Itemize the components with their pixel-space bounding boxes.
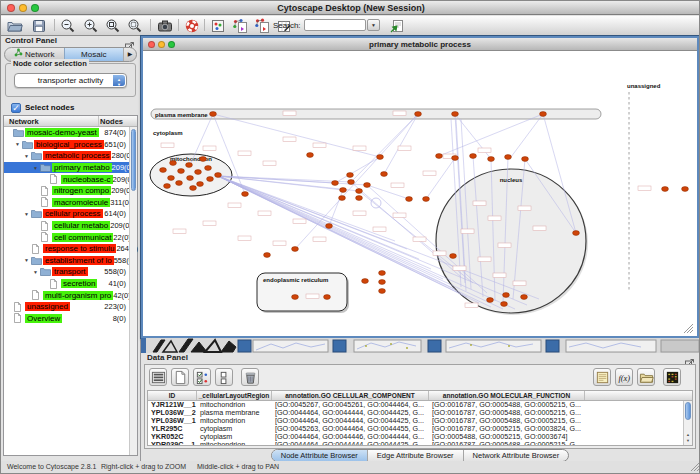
network-node[interactable] — [170, 161, 177, 166]
float-data-panel-icon[interactable] — [685, 354, 695, 364]
zoom-fit-icon[interactable] — [127, 18, 144, 35]
tree-column-network[interactable]: Network — [9, 117, 39, 126]
network-node[interactable] — [347, 173, 354, 178]
network-node[interactable] — [210, 112, 217, 117]
network-node[interactable] — [292, 247, 299, 252]
network-node[interactable] — [215, 173, 222, 178]
snapshot-camera-icon[interactable] — [157, 18, 174, 35]
tab-scroll-right-icon[interactable]: ▶ — [123, 48, 136, 61]
table-row-ydr039c-1[interactable]: YDR039C__1mitochondrion[GO:0044464, GO:0… — [148, 441, 692, 446]
attribute-matrix-icon[interactable] — [663, 368, 681, 386]
column-header-cellularlayoutregion[interactable]: _cellularLayoutRegion — [197, 391, 272, 400]
network-node[interactable] — [379, 289, 386, 294]
network-node[interactable] — [379, 280, 386, 285]
network-node[interactable] — [362, 279, 369, 284]
network-node[interactable] — [452, 156, 459, 161]
scroll-down-icon[interactable]: ▼ — [684, 438, 692, 444]
table-row-ypl036w-1[interactable]: YPL036W__1mitochondrion[GO:0044464, GO:0… — [148, 417, 692, 425]
tree-row-nucleobase-c[interactable]: nucleobase-c209(0) — [4, 173, 129, 185]
expand-arrow-icon[interactable]: ▼ — [24, 211, 31, 217]
network-node[interactable] — [505, 155, 512, 160]
network-node[interactable] — [573, 231, 580, 236]
network-window-titlebar[interactable]: primary metabolic process — [143, 38, 697, 51]
tree-row-metabolic-process[interactable]: ▼metabolic process280(0) — [4, 150, 129, 162]
expand-arrow-icon[interactable]: ▼ — [24, 153, 31, 159]
app-resize-grip-icon[interactable] — [690, 462, 700, 472]
tree-row-cellular-metabo[interactable]: cellular metabo209(0) — [4, 220, 129, 232]
tree-row-overview[interactable]: Overview8(0) — [4, 313, 129, 325]
network-node[interactable] — [377, 155, 384, 160]
network-node[interactable] — [200, 157, 207, 162]
expand-arrow-icon[interactable]: ▼ — [33, 165, 40, 171]
network-node[interactable] — [326, 224, 333, 229]
tab-node-attribute-browser[interactable]: Node Attribute Browser — [272, 450, 367, 461]
network-node[interactable] — [160, 168, 167, 173]
function-builder-icon[interactable]: f(x) — [615, 368, 633, 386]
network-node[interactable] — [324, 295, 331, 300]
network-node[interactable] — [164, 184, 171, 189]
network-node[interactable] — [339, 196, 346, 201]
tree-row-mosaic-demo-yeast[interactable]: mosaic-demo-yeast874(0) — [4, 127, 129, 139]
network-node[interactable] — [187, 176, 194, 181]
network-node[interactable] — [381, 172, 388, 177]
new-attribute-icon[interactable] — [171, 368, 189, 386]
table-row-yjr121w-1[interactable]: YJR121W__1mitochondrion[GO:0045267, GO:0… — [148, 401, 692, 409]
network-node[interactable] — [379, 271, 386, 276]
network-node[interactable] — [348, 180, 355, 185]
import-attribute-file-icon[interactable] — [637, 368, 655, 386]
tree-scrollbar[interactable] — [129, 127, 137, 455]
network-node[interactable] — [307, 153, 314, 158]
network-node[interactable] — [522, 157, 529, 162]
notes-icon[interactable] — [593, 368, 611, 386]
tree-scrollbar-thumb[interactable] — [131, 129, 136, 191]
tree-row-establishment-of-lo[interactable]: ▼establishment of lo558(0) — [4, 255, 129, 267]
import-network-icon[interactable] — [389, 18, 406, 35]
table-row-ypl036w-2[interactable]: YPL036W__2plasma membrane[GO:0044464, GO… — [148, 409, 692, 417]
network-node[interactable] — [415, 112, 422, 117]
network-canvas[interactable]: plasma membrane cytoplasm unassigned nuc… — [143, 51, 697, 336]
delete-attribute-icon[interactable] — [241, 368, 259, 386]
column-header-annotation-go-cellular-component[interactable]: annotation.GO CELLULAR_COMPONENT — [272, 391, 429, 400]
zoom-selected-icon[interactable] — [105, 18, 122, 35]
tree-row-multi-organism-pro[interactable]: multi-organism pro42(0) — [4, 289, 129, 301]
node-color-combobox[interactable]: transporter activity ▲▼ — [14, 73, 127, 88]
network-node[interactable] — [423, 197, 430, 202]
network-node[interactable] — [488, 157, 495, 162]
expand-arrow-icon[interactable]: ▼ — [24, 257, 31, 263]
tree-row-response-to-stimulu[interactable]: response to stimulu264(0) — [4, 243, 129, 255]
column-header-id[interactable]: ID — [148, 391, 197, 400]
search-input[interactable] — [304, 19, 366, 31]
network-node[interactable] — [197, 182, 204, 187]
network-node[interactable] — [452, 112, 459, 117]
network-node[interactable] — [662, 187, 669, 192]
network-node[interactable] — [207, 177, 214, 182]
table-scrollbar[interactable]: ▲ ▼ — [683, 401, 692, 445]
network-node[interactable] — [264, 253, 271, 258]
save-session-icon[interactable] — [31, 18, 48, 35]
import-attributes-icon[interactable] — [232, 18, 249, 35]
tree-row-transport[interactable]: ▼transport558(0) — [4, 266, 129, 278]
network-node[interactable] — [364, 183, 371, 188]
network-node[interactable] — [168, 176, 175, 181]
zoom-in-icon[interactable] — [83, 18, 100, 35]
tree-row-primary-metabo[interactable]: ▼primary metabo209(0) — [4, 162, 129, 174]
network-node[interactable] — [190, 186, 197, 191]
expand-arrow-icon[interactable]: ▼ — [15, 141, 22, 147]
select-nodes-checkbox[interactable]: ✓ — [11, 103, 21, 113]
network-node[interactable] — [521, 295, 528, 300]
tree-row-biological-process[interactable]: ▼biological_process651(0) — [4, 139, 129, 151]
tree-row-cell-communicat[interactable]: cell communicat22(0) — [4, 231, 129, 243]
zoom-out-icon[interactable] — [60, 18, 77, 35]
attribute-table-icon[interactable] — [149, 368, 167, 386]
tree-column-nodes[interactable]: Nodes — [100, 117, 123, 126]
tab-network-attribute-browser[interactable]: Network Attribute Browser — [463, 450, 569, 461]
tree-row-cellular-process[interactable]: ▼cellular process614(0) — [4, 208, 129, 220]
help-lifesaver-icon[interactable] — [184, 18, 201, 35]
tree-row-nitrogen-compo[interactable]: nitrogen compo209(0) — [4, 185, 129, 197]
network-node[interactable] — [205, 166, 212, 171]
network-node[interactable] — [340, 188, 347, 193]
network-node[interactable] — [356, 189, 363, 194]
search-dropdown-icon[interactable]: ▼ — [367, 19, 380, 31]
network-node[interactable] — [682, 187, 689, 192]
network-node[interactable] — [356, 196, 363, 201]
